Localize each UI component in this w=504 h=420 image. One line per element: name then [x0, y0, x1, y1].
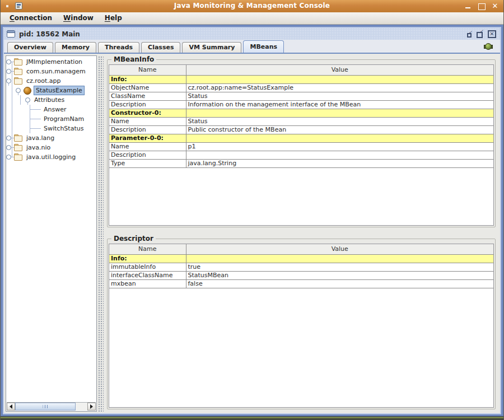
table-section-row[interactable]: Info:	[109, 254, 493, 263]
frame-minimize-button[interactable]: ↙	[467, 33, 472, 38]
table-section-row[interactable]: Parameter-0-0:	[109, 134, 493, 142]
tree-expander-icon[interactable]	[16, 86, 23, 95]
tab-threads[interactable]: Threads	[98, 42, 139, 53]
scroll-right-button[interactable]	[87, 403, 96, 410]
tab-overview[interactable]: Overview	[7, 42, 53, 53]
menu-window[interactable]: Window	[58, 13, 99, 24]
name-cell[interactable]: Name	[109, 117, 186, 125]
split-pane-divider[interactable]	[97, 55, 104, 412]
tree-item-label[interactable]: java.lang	[25, 134, 56, 142]
name-cell[interactable]: ClassName	[109, 92, 186, 100]
name-cell[interactable]: Parameter-0-0:	[109, 134, 186, 142]
table-row[interactable]: NameStatus	[109, 117, 493, 125]
value-cell[interactable]: cz.root.app:name=StatusExample	[186, 83, 493, 92]
menu-help[interactable]: Help	[99, 13, 128, 24]
tree-item[interactable]: cz.root.app	[6, 76, 96, 86]
table-row[interactable]: Typejava.lang.String	[109, 159, 493, 167]
name-cell[interactable]: Type	[109, 159, 186, 167]
table-section-row[interactable]: Constructor-0:	[109, 109, 493, 117]
descriptor-value-header[interactable]: Value	[186, 244, 493, 254]
value-cell[interactable]	[186, 75, 493, 83]
frame-close-button[interactable]: ✕	[488, 30, 496, 38]
tree-item-label[interactable]: JMImplementation	[25, 58, 84, 66]
name-cell[interactable]: ObjectName	[109, 83, 186, 92]
tree-item[interactable]: com.sun.managem	[6, 67, 96, 76]
value-cell[interactable]	[186, 254, 493, 263]
tree-item[interactable]: Answer	[6, 105, 96, 114]
tree-item-label[interactable]: Answer	[42, 105, 68, 114]
tree-item[interactable]: ProgramNam	[6, 114, 96, 124]
tree-expander-icon[interactable]	[6, 143, 13, 152]
tree-expander-icon[interactable]	[25, 95, 32, 105]
table-row[interactable]: mxbeanfalse	[109, 279, 493, 288]
value-cell[interactable]: Status	[186, 92, 493, 100]
tree-item-label[interactable]: java.nio	[25, 143, 52, 152]
table-section-row[interactable]: Info:	[109, 75, 493, 83]
name-cell[interactable]: mxbean	[109, 279, 186, 288]
table-row[interactable]: ClassNameStatus	[109, 92, 493, 100]
value-cell[interactable]	[186, 109, 493, 117]
frame-maximize-button[interactable]: ↙	[477, 32, 483, 38]
tree-item-label[interactable]: SwitchStatus	[42, 124, 85, 133]
name-cell[interactable]: Name	[109, 142, 186, 151]
value-cell[interactable]: Information on the management interface …	[186, 100, 493, 109]
name-cell[interactable]: Info:	[109, 75, 186, 83]
tree-item[interactable]: JMImplementation	[6, 57, 96, 67]
table-row[interactable]: immutableInfotrue	[109, 263, 493, 271]
tab-mbeans[interactable]: MBeans	[243, 40, 284, 53]
tree-item[interactable]: StatusExample	[6, 86, 96, 95]
value-cell[interactable]: false	[186, 279, 493, 288]
descriptor-name-header[interactable]: Name	[109, 244, 186, 254]
tree-expander-icon[interactable]	[6, 57, 13, 67]
table-row[interactable]: Namep1	[109, 142, 493, 151]
name-cell[interactable]: interfaceClassName	[109, 271, 186, 279]
tree-item-label[interactable]: com.sun.managem	[25, 67, 87, 76]
tree-item[interactable]: java.util.logging	[6, 152, 96, 162]
value-cell[interactable]: true	[186, 263, 493, 271]
tree-item[interactable]: SwitchStatus	[6, 124, 96, 133]
tree-item-label[interactable]: StatusExample	[34, 86, 84, 95]
scroll-left-button[interactable]	[7, 403, 15, 410]
menu-connection[interactable]: Connection	[4, 13, 58, 24]
name-cell[interactable]: Description	[109, 125, 186, 134]
table-row[interactable]: DescriptionInformation on the management…	[109, 100, 493, 109]
value-cell[interactable]	[186, 151, 493, 159]
scrollbar-track[interactable]	[15, 403, 87, 410]
minimize-button[interactable]	[464, 2, 472, 10]
value-cell[interactable]: Public constructor of the MBean	[186, 125, 493, 134]
tree-expander-icon[interactable]	[6, 152, 13, 162]
name-cell[interactable]: immutableInfo	[109, 263, 186, 271]
mbeaninfo-name-header[interactable]: Name	[109, 65, 186, 75]
name-cell[interactable]: Constructor-0:	[109, 109, 186, 117]
frame-titlebar[interactable]: pid: 18562 Main ↙ ↙ ✕	[4, 28, 500, 40]
value-cell[interactable]	[186, 134, 493, 142]
mbeaninfo-value-header[interactable]: Value	[186, 65, 493, 75]
tree-horizontal-scrollbar[interactable]	[7, 402, 96, 410]
tree-item[interactable]: java.lang	[6, 133, 96, 143]
tree-item-label[interactable]: Attributes	[32, 96, 66, 104]
name-cell[interactable]: Description	[109, 100, 186, 109]
tab-memory[interactable]: Memory	[55, 42, 96, 53]
table-row[interactable]: DescriptionPublic constructor of the MBe…	[109, 125, 493, 134]
value-cell[interactable]: Status	[186, 117, 493, 125]
tab-classes[interactable]: Classes	[141, 42, 180, 53]
value-cell[interactable]: StatusMBean	[186, 271, 493, 279]
table-row[interactable]: Description	[109, 151, 493, 159]
tree-expander-icon[interactable]	[6, 67, 13, 76]
value-cell[interactable]: p1	[186, 142, 493, 151]
tab-vm-summary[interactable]: VM Summary	[182, 42, 241, 53]
tree-item[interactable]: Attributes	[6, 95, 96, 105]
tree-item-label[interactable]: cz.root.app	[25, 77, 63, 85]
tree-expander-icon[interactable]	[6, 133, 13, 143]
tree-item-label[interactable]: java.util.logging	[25, 153, 77, 161]
tree-expander-icon[interactable]	[6, 76, 13, 86]
scrollbar-thumb[interactable]	[15, 403, 76, 410]
tree-item-label[interactable]: ProgramNam	[42, 115, 86, 123]
close-button[interactable]: ✕	[491, 2, 499, 10]
value-cell[interactable]: java.lang.String	[186, 159, 493, 167]
name-cell[interactable]: Description	[109, 151, 186, 159]
maximize-button[interactable]	[478, 2, 486, 10]
name-cell[interactable]: Info:	[109, 254, 186, 263]
table-row[interactable]: interfaceClassNameStatusMBean	[109, 271, 493, 279]
table-row[interactable]: ObjectNamecz.root.app:name=StatusExample	[109, 83, 493, 92]
